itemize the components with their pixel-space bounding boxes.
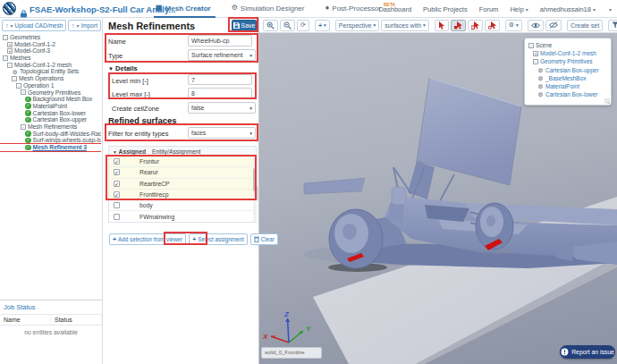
- assignment-row[interactable]: Rearur: [109, 167, 256, 178]
- scene-tree-item[interactable]: Model-Conf-1-2 mesh: [527, 49, 609, 57]
- tree-item-label: Background Mesh Box: [33, 96, 92, 103]
- job-status-empty-text: no entities available: [0, 326, 102, 335]
- scene-tree-item[interactable]: Geometry Primitives: [527, 57, 609, 65]
- chevron-down-icon: ▾: [249, 53, 252, 58]
- add-geometry-primitive-button[interactable]: +▾: [315, 20, 330, 31]
- header-nav-item[interactable]: Forum ▾: [479, 5, 499, 13]
- assignment-checkbox[interactable]: [114, 169, 120, 175]
- tree-item[interactable]: Meshes: [0, 55, 101, 62]
- viewer-settings-button[interactable]: ⚙▾: [505, 20, 522, 31]
- job-status-col-name: Name: [0, 315, 51, 325]
- scene-tree-item-icon: [537, 75, 544, 81]
- filter-button[interactable]: ▾: [608, 20, 617, 31]
- job-status-title[interactable]: Job Status: [0, 301, 102, 315]
- tree-item[interactable]: Model-Conf-1-2 mesh: [0, 62, 101, 69]
- hide-entities-button[interactable]: [545, 20, 562, 31]
- level-min-input[interactable]: [188, 74, 252, 85]
- chat-icon: [561, 348, 569, 356]
- tree-item[interactable]: Geometries: [0, 34, 101, 41]
- tree-item[interactable]: Topological Entity Sets: [0, 68, 101, 75]
- create-cellzone-select[interactable]: false▾: [188, 102, 256, 114]
- render-mode-select[interactable]: surfaces with▾: [381, 20, 429, 31]
- select-mode-point-button[interactable]: [435, 20, 449, 31]
- scene-tree-item[interactable]: MaterialPoint: [527, 82, 609, 90]
- header-nav-item[interactable]: Dashboard ▾: [378, 5, 411, 13]
- header-nav-item[interactable]: Help ▾: [510, 5, 528, 13]
- assigned-column-header[interactable]: ▼ Assigned: [109, 148, 150, 155]
- type-select[interactable]: Surface refinement▾: [188, 49, 256, 61]
- assignment-checkbox[interactable]: [114, 214, 120, 220]
- tree-item[interactable]: Cartesian Box-upper: [0, 116, 101, 123]
- tree-item[interactable]: Operation 1: [0, 82, 101, 89]
- clear-button[interactable]: Clear: [250, 233, 278, 245]
- refined-surfaces-header: Refined surfaces: [108, 115, 177, 125]
- reset-view-button[interactable]: ⟳: [297, 20, 309, 31]
- import-button[interactable]: ↑ ▾ Import: [68, 20, 101, 31]
- chevron-down-icon: ▾: [249, 106, 252, 111]
- details-section-header[interactable]: ▼ Details: [108, 64, 138, 72]
- select-assignment-button[interactable]: + Select assignment: [189, 233, 248, 245]
- assignment-checkbox[interactable]: [114, 191, 120, 198]
- scene-tree-item[interactable]: _BaseMeshBox: [527, 74, 609, 82]
- tree-item[interactable]: Geometry Primitives: [0, 89, 101, 97]
- level-max-input[interactable]: [188, 88, 252, 98]
- create-set-button[interactable]: Create set: [567, 20, 603, 31]
- tree-item[interactable]: Cartesian Box-lower: [0, 110, 101, 117]
- tree-item[interactable]: Model-Conf-1-2: [0, 41, 101, 48]
- tree-item[interactable]: Background Mesh Box: [0, 96, 101, 103]
- tree-item[interactable]: Mesh Refinement 3: [0, 144, 101, 151]
- upload-cad-mesh-button[interactable]: ↑ ▾ Upload CAD/mesh: [2, 20, 66, 31]
- show-entities-button[interactable]: [528, 20, 544, 31]
- header-nav-item[interactable]: ▾: [607, 6, 612, 13]
- assignment-checkbox[interactable]: [114, 158, 120, 165]
- entity-column-header: Entity/Assignment: [150, 148, 200, 155]
- tree-item-label: Operation 1: [23, 82, 54, 89]
- name-input[interactable]: [188, 35, 252, 47]
- tree-item[interactable]: Surf-wings-wheels-susp-bars: [0, 137, 101, 144]
- panel-resize-grip[interactable]: [257, 186, 259, 200]
- tree-item[interactable]: Mesh Refinements: [0, 123, 101, 131]
- simscale-logo-icon[interactable]: [3, 2, 16, 15]
- assignment-row[interactable]: ReartireCP: [109, 179, 256, 190]
- tree-item-label: Geometries: [10, 34, 40, 41]
- mesh-refinements-panel: Mesh Refinements Save Name Type Surface …: [103, 18, 259, 364]
- tree-item-icon: [3, 55, 8, 61]
- panel-resize-handle[interactable]: [604, 98, 610, 104]
- select-mode-volume-button[interactable]: [468, 20, 483, 31]
- select-mode-entity-button[interactable]: [485, 20, 500, 31]
- tree-item[interactable]: Surf-body-diff-Wsides-Radsup: [0, 131, 101, 138]
- assignment-row[interactable]: Frontur: [109, 157, 256, 167]
- tree-item-icon: [12, 69, 18, 75]
- level-min-label: Level min [-]: [112, 77, 148, 85]
- tree-item[interactable]: Mesh Operations: [0, 75, 101, 82]
- tree-item[interactable]: Model-Conf-3: [0, 47, 101, 55]
- add-selection-from-viewer-button[interactable]: + Add selection from viewer: [109, 233, 186, 245]
- tab-label: Simulation Designer: [241, 4, 305, 13]
- scene-tree-item-icon: [537, 83, 544, 89]
- header-nav-item[interactable]: Public Projects ▾: [423, 5, 468, 13]
- sort-icon: ▼: [113, 149, 117, 155]
- save-button[interactable]: Save: [232, 20, 257, 31]
- zoom-in-button[interactable]: [263, 20, 278, 31]
- scene-root-item[interactable]: Scene: [527, 41, 609, 49]
- zoom-out-button[interactable]: [280, 20, 295, 31]
- header-tab[interactable]: Mesh Creator: [154, 0, 216, 18]
- report-issue-button[interactable]: Report an issue: [560, 345, 615, 359]
- assignment-row[interactable]: FWmainwing: [109, 211, 256, 222]
- viewport-toolbar: ⟳ +▾ Perspective▾ surfaces with▾ ⚙▾: [259, 18, 617, 33]
- tree-item[interactable]: MaterialPoint: [0, 103, 101, 110]
- assignment-checkbox[interactable]: [114, 181, 120, 187]
- select-mode-face-button[interactable]: [451, 20, 466, 31]
- filter-entity-types-select[interactable]: faces▾: [188, 127, 256, 139]
- header-nav-item[interactable]: ahmedhussain18 ▾: [540, 5, 596, 13]
- assignment-row[interactable]: Fronttirecp: [109, 190, 256, 200]
- assignment-row[interactable]: body: [109, 200, 256, 211]
- level-max-label: Level max [-]: [112, 90, 150, 98]
- tree-item-icon: [7, 42, 13, 47]
- scene-tree-item[interactable]: Cartesian Box-lower: [527, 90, 609, 98]
- projection-select[interactable]: Perspective▾: [335, 20, 379, 31]
- scene-tree-item[interactable]: Cartesian Box-upper: [527, 66, 609, 74]
- assignment-checkbox[interactable]: [114, 202, 120, 208]
- header-tab[interactable]: Simulation Designer: [230, 0, 309, 18]
- assignment-label: FWmainwing: [139, 214, 174, 220]
